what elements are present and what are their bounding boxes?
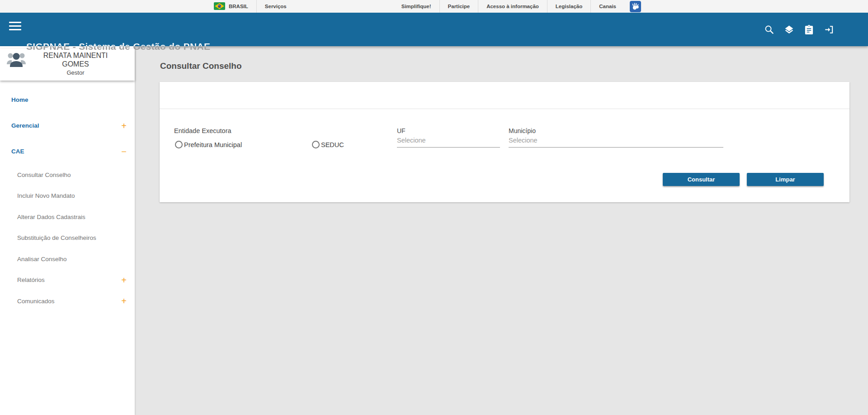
municipio-label: Município — [509, 127, 723, 134]
gov-top-bar: BRASIL Serviços Simplifique! Participe A… — [0, 0, 868, 13]
radio-circle-icon[interactable] — [175, 141, 183, 148]
radio-circle-icon[interactable] — [312, 141, 320, 148]
sidebar-item-relatorios[interactable]: Relatórios + — [0, 270, 135, 291]
brazil-flag-icon — [214, 2, 225, 11]
gov-item-legislacao[interactable]: Legislação — [547, 0, 590, 13]
sidebar-item-incluir-novo-mandato[interactable]: Incluir Novo Mandato — [0, 186, 135, 207]
gov-item-acesso-informacao[interactable]: Acesso à informação — [478, 0, 547, 13]
sidebar-item-alterar-dados-cadastrais[interactable]: Alterar Dados Cadastrais — [0, 206, 135, 228]
uf-field: UF Selecione — [397, 127, 500, 148]
gov-item-participe[interactable]: Participe — [439, 0, 478, 13]
sidebar-item-comunicados[interactable]: Comunicados + — [0, 291, 135, 312]
collapse-minus-icon[interactable]: − — [121, 147, 127, 156]
expand-plus-icon[interactable]: + — [121, 121, 127, 130]
radio-seduc[interactable]: SEDUC — [312, 141, 344, 148]
logout-icon[interactable] — [824, 24, 834, 35]
user-name: RENATA MAINENTI GOMES — [36, 51, 115, 68]
sidebar-menu: Home Gerencial + CAE − Consultar Conselh… — [0, 81, 135, 312]
uf-label: UF — [397, 127, 500, 134]
app-title: SIGPNAE - Sistema de Gestão do PNAE — [26, 42, 210, 52]
page-title: Consultar Conselho — [160, 61, 242, 71]
gov-item-canais[interactable]: Canais — [590, 0, 624, 13]
sidebar-item-home[interactable]: Home — [0, 87, 135, 113]
expand-plus-icon[interactable]: + — [121, 276, 127, 285]
hamburger-icon[interactable] — [9, 22, 21, 30]
users-group-icon — [6, 51, 27, 70]
user-role: Gestor — [30, 69, 121, 76]
sidebar-item-analisar-conselho[interactable]: Analisar Conselho — [0, 248, 135, 270]
main-content: Consultar Conselho Entidade Executora Pr… — [135, 46, 868, 415]
sidebar-item-consultar-conselho[interactable]: Consultar Conselho — [0, 164, 135, 186]
layers-icon[interactable] — [784, 24, 794, 35]
vlibras-accessibility-icon[interactable] — [630, 0, 641, 13]
limpar-button[interactable]: Limpar — [747, 173, 824, 186]
gov-item-servicos[interactable]: Serviços — [256, 0, 295, 13]
sidebar-item-substituicao-conselheiros[interactable]: Substituição de Conselheiros — [0, 228, 135, 249]
consulta-card: Entidade Executora Prefeitura Municipal … — [160, 82, 849, 202]
clipboard-icon[interactable] — [804, 24, 814, 35]
radio-prefeitura-municipal[interactable]: Prefeitura Municipal — [175, 141, 242, 148]
user-panel: RENATA MAINENTI GOMES Gestor — [0, 48, 135, 81]
sidebar-item-gerencial[interactable]: Gerencial + — [0, 113, 135, 138]
entidade-executora-label: Entidade Executora — [174, 127, 231, 134]
consultar-button[interactable]: Consultar — [663, 173, 740, 186]
sidebar-item-cae[interactable]: CAE − — [0, 138, 135, 164]
expand-plus-icon[interactable]: + — [121, 296, 127, 305]
municipio-select[interactable]: Selecione — [509, 137, 723, 148]
card-divider — [160, 109, 849, 109]
gov-brand-brasil[interactable]: BRASIL — [214, 0, 256, 13]
municipio-field: Município Selecione — [509, 127, 723, 148]
sidebar: RENATA MAINENTI GOMES Gestor Home Gerenc… — [0, 46, 135, 415]
gov-brand-label: BRASIL — [229, 4, 248, 9]
gov-item-simplifique[interactable]: Simplifique! — [401, 0, 439, 13]
search-icon[interactable] — [764, 24, 774, 35]
uf-select[interactable]: Selecione — [397, 137, 500, 148]
